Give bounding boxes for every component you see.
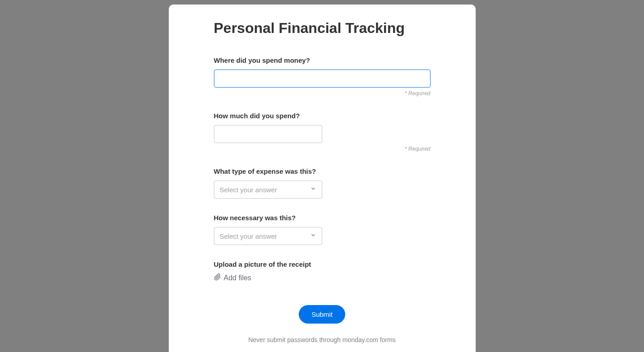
type-placeholder: Select your answer	[220, 186, 278, 194]
form-card: Personal Financial Tracking Where did yo…	[169, 5, 476, 352]
field-where: Where did you spend money? * Required	[214, 56, 431, 97]
where-required: * Required	[214, 90, 431, 97]
where-input[interactable]	[214, 69, 431, 88]
field-necessity: How necessary was this? Select your answ…	[214, 214, 431, 245]
necessity-label: How necessary was this?	[214, 214, 431, 222]
chevron-down-icon	[310, 232, 316, 240]
type-select[interactable]: Select your answer	[214, 181, 322, 199]
upload-label: Upload a picture of the receipt	[214, 260, 431, 268]
submit-button[interactable]: Submit	[299, 305, 345, 324]
submit-row: Submit	[214, 305, 431, 324]
where-label: Where did you spend money?	[214, 56, 431, 64]
add-files-label: Add files	[224, 274, 251, 282]
field-upload: Upload a picture of the receipt Add file…	[214, 260, 431, 283]
necessity-placeholder: Select your answer	[220, 232, 278, 240]
field-amount: How much did you spend? * Required	[214, 112, 431, 152]
paperclip-icon	[214, 273, 221, 283]
necessity-select[interactable]: Select your answer	[214, 227, 322, 245]
form-inner: Personal Financial Tracking Where did yo…	[214, 20, 431, 343]
disclaimer-text: Never submit passwords through monday.co…	[214, 336, 431, 343]
type-label: What type of expense was this?	[214, 167, 431, 175]
amount-required: * Required	[214, 146, 431, 152]
chevron-down-icon	[310, 185, 316, 194]
field-type: What type of expense was this? Select yo…	[214, 167, 431, 199]
amount-label: How much did you spend?	[214, 112, 431, 120]
form-title: Personal Financial Tracking	[214, 20, 431, 37]
amount-input[interactable]	[214, 125, 322, 143]
add-files-button[interactable]: Add files	[214, 273, 431, 283]
